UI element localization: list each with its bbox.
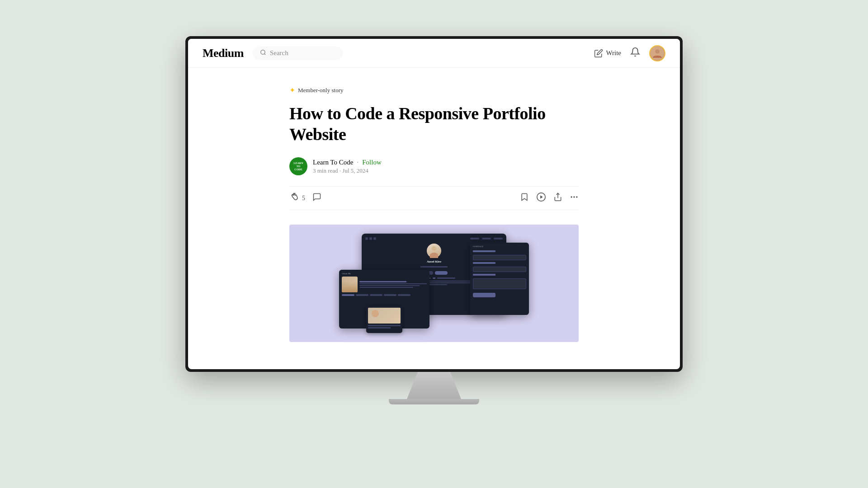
hero-image: Ansel Klee — [289, 225, 579, 342]
share-icon[interactable] — [553, 192, 562, 204]
article-meta: 3 min read · Jul 5, 2024 — [313, 167, 382, 174]
monitor: Medium Search — [185, 36, 683, 372]
user-avatar[interactable] — [649, 45, 665, 61]
publish-date: Jul 5, 2024 — [342, 167, 368, 174]
play-icon[interactable] — [536, 192, 546, 204]
bookmark-icon[interactable] — [520, 192, 529, 204]
monitor-screen: Medium Search — [188, 39, 680, 369]
device-thumb — [366, 306, 402, 333]
member-badge-text: Member-only story — [298, 87, 343, 94]
svg-point-9 — [576, 197, 577, 198]
svg-point-8 — [573, 197, 575, 198]
action-right — [520, 192, 579, 204]
author-name-row: Learn To Code · Follow — [313, 159, 382, 166]
medium-logo[interactable]: Medium — [203, 47, 244, 60]
navbar-right: Write — [594, 45, 665, 61]
separator: · — [357, 159, 359, 166]
author-row: LEARN TO CODE Learn To Code · Follow 3 m… — [289, 157, 579, 175]
notification-bell-icon[interactable] — [630, 47, 640, 59]
member-star-icon: ✦ — [289, 86, 295, 94]
comment-icon[interactable] — [312, 192, 321, 204]
action-left: 5 — [289, 192, 321, 204]
more-options-icon[interactable] — [570, 192, 579, 204]
member-badge: ✦ Member-only story — [289, 86, 579, 94]
monitor-stand — [407, 372, 461, 399]
svg-point-3 — [655, 49, 660, 54]
search-bar[interactable]: Search — [253, 47, 343, 60]
follow-button[interactable]: Follow — [362, 159, 382, 166]
search-icon — [260, 49, 266, 57]
clap-button[interactable]: 5 — [289, 192, 305, 204]
author-info: Learn To Code · Follow 3 min read · Jul … — [313, 159, 382, 174]
svg-point-0 — [261, 50, 265, 54]
author-avatar[interactable]: LEARN TO CODE — [289, 157, 307, 175]
article-container: ✦ Member-only story How to Code a Respon… — [280, 68, 588, 369]
write-button[interactable]: Write — [594, 49, 621, 58]
author-name[interactable]: Learn To Code — [313, 159, 353, 166]
svg-marker-5 — [540, 196, 543, 199]
read-time: 3 min read — [313, 167, 338, 174]
svg-line-1 — [264, 53, 266, 55]
portfolio-mockup: Ansel Klee — [339, 234, 529, 333]
search-placeholder: Search — [270, 49, 288, 57]
clap-icon — [289, 192, 299, 204]
monitor-base — [389, 399, 479, 404]
navbar-left: Medium Search — [203, 47, 343, 60]
action-bar: 5 — [289, 186, 579, 210]
desktop-background: Medium Search — [0, 0, 868, 488]
svg-point-7 — [571, 197, 572, 198]
clap-count: 5 — [302, 195, 305, 202]
write-icon — [594, 49, 603, 58]
article-title: How to Code a Responsive Portfolio Websi… — [289, 103, 579, 145]
write-label: Write — [606, 49, 621, 57]
navbar: Medium Search — [188, 39, 680, 68]
device-right: CONTACT — [470, 243, 529, 315]
